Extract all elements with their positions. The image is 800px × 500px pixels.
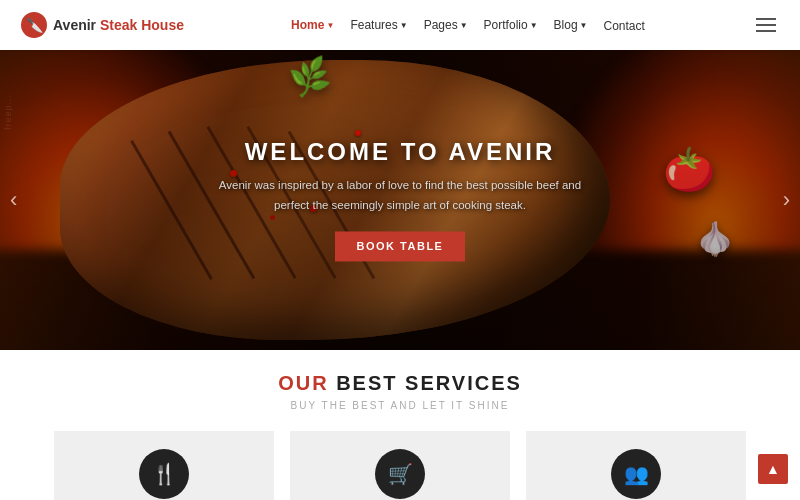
watermark-text: freep... [3,94,13,130]
nav-item-features[interactable]: Features ▼ [350,18,407,32]
events-icon-wrapper: 👥 [611,449,661,499]
chevron-down-icon-4: ▼ [530,21,538,30]
scroll-to-top-button[interactable]: ▲ [758,454,788,484]
nav-item-home[interactable]: Home ▼ [291,18,334,32]
nav-label-home: Home [291,18,324,32]
svg-text:🔪: 🔪 [26,17,44,34]
catering-icon-wrapper: 🍴 [139,449,189,499]
services-section: OUR BEST SERVICES BUY THE BEST AND LET I… [0,350,800,500]
chevron-down-icon-2: ▼ [400,21,408,30]
hamburger-menu[interactable] [752,14,780,36]
navbar: 🔪 Avenir Steak House Home ▼ Features ▼ P… [0,0,800,50]
chevron-down-icon-3: ▼ [460,21,468,30]
ordering-icon-wrapper: 🛒 [375,449,425,499]
brand-logo-icon: 🔪 [20,11,48,39]
hero-next-arrow[interactable]: › [783,187,790,213]
nav-item-portfolio[interactable]: Portfolio ▼ [484,18,538,32]
nav-item-contact[interactable]: Contact [604,16,645,34]
nav-label-features: Features [350,18,397,32]
hero-prev-arrow[interactable]: ‹ [10,187,17,213]
services-title-colored: OUR [278,372,328,394]
book-table-button[interactable]: Book Table [335,232,466,262]
nav-item-pages[interactable]: Pages ▼ [424,18,468,32]
nav-label-blog: Blog [554,18,578,32]
navbar-brand[interactable]: 🔪 Avenir Steak House [20,11,184,39]
service-card-catering: 🍴 CATERING SERVICE Lorem ipsum dolor sit… [54,431,274,500]
nav-label-contact: Contact [604,19,645,33]
services-grid: 🍴 CATERING SERVICE Lorem ipsum dolor sit… [20,431,780,500]
services-title-rest: BEST SERVICES [329,372,522,394]
hero-subtitle: Avenir was inspired by a labor of love t… [210,176,590,215]
hero-section: 🌿 🍅 🧄 freep... WELCOME TO AVENIR Avenir … [0,50,800,350]
nav-label-portfolio: Portfolio [484,18,528,32]
brand-name: Avenir Steak House [53,17,184,33]
services-subtitle: BUY THE BEST AND LET IT SHINE [20,400,780,411]
hero-content: WELCOME TO AVENIR Avenir was inspired by… [210,138,590,261]
chevron-down-icon-5: ▼ [580,21,588,30]
chevron-down-icon: ▼ [326,21,334,30]
nav-label-pages: Pages [424,18,458,32]
nav-item-blog[interactable]: Blog ▼ [554,18,588,32]
navbar-nav: Home ▼ Features ▼ Pages ▼ Portfolio ▼ Bl [291,16,645,34]
hero-title: WELCOME TO AVENIR [210,138,590,166]
services-title: OUR BEST SERVICES [20,372,780,395]
service-card-ordering: 🛒 ONLINE ORDERING Lorem ipsum dolor sit … [290,431,510,500]
service-card-events: 👥 PRIVATE EVENTS Lorem ipsum dolor sit a… [526,431,746,500]
